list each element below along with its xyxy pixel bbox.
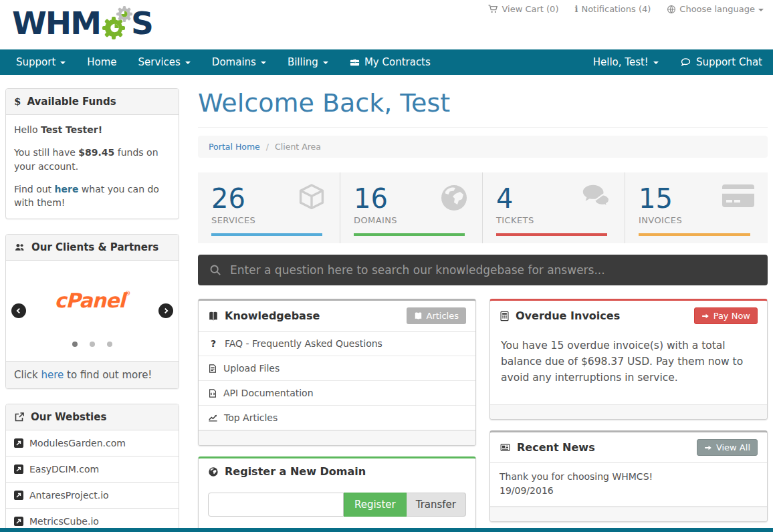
choose-language-link[interactable]: Choose language xyxy=(667,4,764,14)
funds-here-link[interactable]: here xyxy=(55,184,79,194)
website-link[interactable]: ModulesGarden.com xyxy=(6,430,179,456)
available-funds-body: Hello Test Tester! You still have $89.45… xyxy=(6,115,179,219)
page-title: Welcome Back, Test xyxy=(198,88,768,128)
overdue-invoices-text: You have 15 overdue invoice(s) with a to… xyxy=(490,328,767,404)
carousel-dot[interactable] xyxy=(107,342,112,347)
chevron-down-icon xyxy=(60,61,66,64)
nav-item-services[interactable]: Services xyxy=(128,49,201,75)
clients-partners-panel: Our Clients & Partners cPanel® xyxy=(5,234,179,389)
overdue-invoices-title: Overdue Invoices xyxy=(500,309,620,322)
partners-carousel: cPanel® xyxy=(6,261,179,361)
carousel-next-button[interactable] xyxy=(158,303,173,318)
knowledgebase-footer xyxy=(199,430,475,445)
whmcs-logo[interactable]: WHM xyxy=(12,4,152,43)
articles-button[interactable]: Articles xyxy=(407,307,466,324)
notifications-link[interactable]: i Notifications (4) xyxy=(574,4,651,14)
news-item[interactable]: Thank you for choosing WHMCS! 19/09/2016 xyxy=(490,463,767,507)
external-link-square-icon xyxy=(14,517,23,526)
book-icon xyxy=(414,311,423,320)
utility-links: View Cart (0) i Notifications (4) Choose… xyxy=(488,4,764,14)
left-panel-column: Knowledgebase Articles ? xyxy=(198,299,476,532)
domain-input-group: Register Transfer xyxy=(208,493,466,517)
recent-news-panel: Recent News View All Thank you for choos… xyxy=(489,430,768,522)
breadcrumb-portal-home[interactable]: Portal Home xyxy=(209,142,260,152)
funds-find-out-text: Find out here what you can do with them! xyxy=(14,182,171,210)
cube-icon xyxy=(296,182,328,214)
carousel-dot[interactable] xyxy=(72,342,78,347)
nav-item-home[interactable]: Home xyxy=(76,49,127,75)
navbar-right: Hello, Test! Support Chat xyxy=(582,49,773,75)
news-date: 19/09/2016 xyxy=(500,484,758,498)
navbar-left: Support Home Services Domains Billing xyxy=(0,49,441,75)
kb-item-upload-files[interactable]: Upload Files xyxy=(199,356,475,381)
right-panel-column: Overdue Invoices Pay Now You have 15 ove… xyxy=(489,299,768,532)
chevron-down-icon xyxy=(653,61,659,64)
file-icon xyxy=(208,364,217,374)
cart-icon xyxy=(488,4,498,14)
external-link-square-icon xyxy=(14,438,23,448)
users-icon xyxy=(14,243,25,253)
chevron-down-icon xyxy=(758,9,764,11)
stat-tile-invoices[interactable]: 15 INVOICES xyxy=(625,172,768,243)
info-icon: i xyxy=(574,4,578,14)
search-input[interactable] xyxy=(230,263,756,277)
clients-partners-footer: Click here to find out more! xyxy=(6,361,179,388)
external-link-square-icon xyxy=(14,464,23,474)
stats-row: 26 SERVICES 16 DOMAINS xyxy=(198,172,768,243)
kb-item-faq[interactable]: ? FAQ - Frequently Asked Questions xyxy=(199,331,475,356)
tickets-accent-bar xyxy=(496,233,607,236)
view-cart-link[interactable]: View Cart (0) xyxy=(488,4,558,14)
line-chart-icon xyxy=(208,413,218,422)
newspaper-icon xyxy=(500,442,511,452)
pay-now-button[interactable]: Pay Now xyxy=(694,307,758,324)
breadcrumb-client-area: Client Area xyxy=(275,142,321,152)
nav-item-my-contracts[interactable]: My Contracts xyxy=(339,49,441,75)
register-domain-header: Register a New Domain xyxy=(199,458,475,481)
available-funds-panel: $ Available Funds Hello Test Tester! You… xyxy=(5,88,179,219)
register-domain-panel: Register a New Domain Register Transfer xyxy=(198,456,476,532)
calculator-icon xyxy=(500,311,510,321)
website-link[interactable]: AntaresProject.io xyxy=(6,482,179,508)
knowledgebase-list: ? FAQ - Frequently Asked Questions Uploa… xyxy=(199,331,475,430)
domains-accent-bar xyxy=(354,233,465,236)
partners-here-link[interactable]: here xyxy=(41,369,64,381)
logo-text: S xyxy=(131,4,152,43)
funds-amount: $89.45 xyxy=(78,147,114,158)
nav-item-support-chat[interactable]: Support Chat xyxy=(669,49,773,75)
dollar-icon: $ xyxy=(14,96,21,108)
view-all-button[interactable]: View All xyxy=(697,439,758,456)
globe-icon xyxy=(208,467,219,477)
funds-greeting: Hello Test Tester! xyxy=(14,123,171,136)
comments-icon xyxy=(579,182,613,211)
our-websites-panel: Our Websties ModulesGarden.com EasyDCIM.… xyxy=(5,404,179,532)
kb-item-top-articles[interactable]: Top Articles xyxy=(199,406,475,430)
kb-item-api-documentation[interactable]: API Documentation xyxy=(199,381,475,406)
stat-tile-services[interactable]: 26 SERVICES xyxy=(198,172,340,243)
carousel-dots xyxy=(6,338,179,349)
invoices-accent-bar xyxy=(639,233,750,236)
knowledgebase-search-bar xyxy=(198,255,768,285)
transfer-button[interactable]: Transfer xyxy=(407,493,466,517)
register-domain-body: Register Transfer xyxy=(199,481,475,531)
nav-item-account-greeting[interactable]: Hello, Test! xyxy=(582,49,669,75)
recent-news-title: Recent News xyxy=(500,441,595,454)
stat-tile-domains[interactable]: 16 DOMAINS xyxy=(340,172,483,243)
website-link[interactable]: EasyDCIM.com xyxy=(6,456,179,482)
dashboard-panels: Knowledgebase Articles ? xyxy=(198,299,768,532)
domain-input[interactable] xyxy=(208,493,344,517)
nav-item-domains[interactable]: Domains xyxy=(201,49,277,75)
knowledgebase-panel: Knowledgebase Articles ? xyxy=(198,299,476,446)
knowledgebase-title: Knowledgebase xyxy=(208,309,320,322)
nav-item-support[interactable]: Support xyxy=(5,49,76,75)
gear-icon xyxy=(99,4,132,43)
carousel-dot[interactable] xyxy=(90,342,95,347)
chevron-down-icon xyxy=(261,61,266,64)
nav-item-billing[interactable]: Billing xyxy=(277,49,339,75)
cpanel-logo[interactable]: cPanel® xyxy=(6,289,179,312)
register-button[interactable]: Register xyxy=(344,493,407,517)
overdue-invoices-footer xyxy=(490,404,767,419)
external-link-square-icon xyxy=(14,491,23,500)
stat-tile-tickets[interactable]: 4 TICKETS xyxy=(483,172,625,243)
briefcase-icon xyxy=(350,57,360,68)
sidebar: $ Available Funds Hello Test Tester! You… xyxy=(5,88,179,532)
